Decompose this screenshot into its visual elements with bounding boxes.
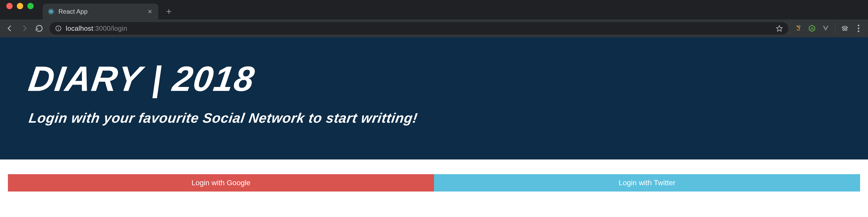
extension-icons: css JS xyxy=(794,24,863,33)
hero-banner: DIARY | 2018 Login with your favourite S… xyxy=(0,37,868,159)
url-host: localhost xyxy=(66,25,93,32)
window-close-icon[interactable] xyxy=(6,3,12,9)
bookmark-star-icon[interactable] xyxy=(776,25,783,32)
nav-back-button[interactable] xyxy=(5,24,14,33)
tab-strip: React App xyxy=(0,0,868,20)
svg-marker-11 xyxy=(776,26,782,31)
browser-menu-button[interactable] xyxy=(854,24,863,33)
extension-incognito-icon[interactable] xyxy=(841,24,849,33)
login-buttons-row: Login with Google Login with Twitter xyxy=(8,174,860,191)
login-twitter-button[interactable]: Login with Twitter xyxy=(434,174,860,191)
tab-close-button[interactable] xyxy=(146,8,154,15)
svg-text:JS: JS xyxy=(810,27,814,30)
window-traffic-lights xyxy=(5,0,39,20)
extension-css-icon[interactable]: css xyxy=(794,24,803,33)
svg-point-10 xyxy=(58,27,59,27)
url-field[interactable]: localhost:3000/login xyxy=(50,22,788,35)
svg-point-19 xyxy=(845,29,847,31)
browser-tab-active[interactable]: React App xyxy=(42,4,158,20)
url-text: localhost:3000/login xyxy=(66,25,127,33)
browser-chrome: React App xyxy=(0,0,868,37)
page-content: DIARY | 2018 Login with your favourite S… xyxy=(0,37,868,191)
url-path: :3000/login xyxy=(93,25,127,32)
svg-marker-16 xyxy=(823,26,829,31)
address-bar: localhost:3000/login css JS xyxy=(0,20,868,37)
svg-point-18 xyxy=(843,29,845,31)
react-favicon-icon xyxy=(48,8,55,15)
tab-title: React App xyxy=(58,8,143,15)
nav-reload-button[interactable] xyxy=(35,24,44,33)
page-subtitle: Login with your favourite Social Network… xyxy=(28,110,840,126)
nav-forward-button[interactable] xyxy=(20,24,29,33)
extension-node-icon[interactable]: JS xyxy=(808,24,816,33)
window-zoom-icon[interactable] xyxy=(27,3,34,9)
new-tab-button[interactable] xyxy=(164,6,174,17)
svg-point-0 xyxy=(51,11,52,12)
site-info-icon[interactable] xyxy=(55,25,62,32)
login-google-button[interactable]: Login with Google xyxy=(8,174,434,191)
window-minimize-icon[interactable] xyxy=(17,3,23,9)
svg-text:css: css xyxy=(797,29,800,31)
toolbar-separator xyxy=(835,24,835,33)
page-title: DIARY | 2018 xyxy=(26,61,842,98)
extension-vue-icon[interactable] xyxy=(822,24,830,33)
